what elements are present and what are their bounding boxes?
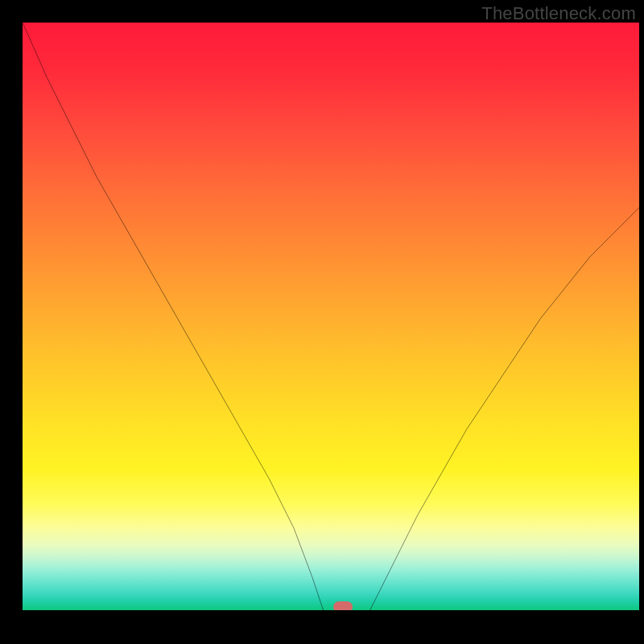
chart-plot-area bbox=[23, 23, 639, 610]
chart-curve bbox=[23, 23, 639, 610]
watermark-text: TheBottleneck.com bbox=[481, 3, 636, 24]
